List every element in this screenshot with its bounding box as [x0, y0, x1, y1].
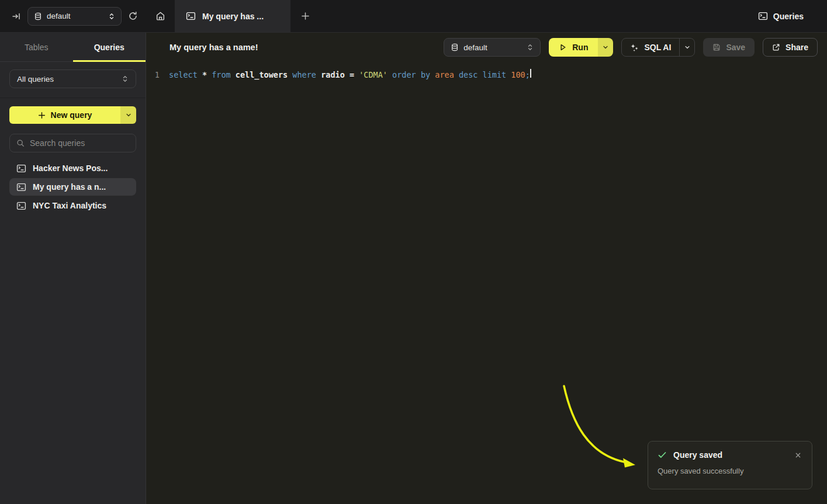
query-icon	[16, 182, 26, 192]
sql-editor[interactable]: 1 select * from cell_towers where radio …	[146, 62, 827, 81]
query-icon	[758, 11, 768, 21]
query-filter-section: All queries	[0, 62, 146, 98]
main-panel: My query has a name! default Run	[146, 33, 827, 504]
new-query-split-button: New query	[9, 106, 136, 124]
sql-ai-dropdown-button[interactable]	[679, 39, 694, 56]
query-icon	[16, 164, 26, 173]
sql-code: select * from cell_towers where radio = …	[169, 69, 530, 81]
toast-message: Query saved successfully	[658, 467, 802, 475]
new-query-dropdown-button[interactable]	[120, 106, 136, 124]
query-item-label: NYC Taxi Analytics	[33, 201, 106, 210]
plus-icon	[38, 112, 46, 119]
sidebar-body: New query Hacker News Pos...	[0, 98, 146, 214]
query-list-item[interactable]: NYC Taxi Analytics	[9, 197, 136, 214]
tab-my-query[interactable]: My query has ...	[175, 0, 290, 32]
sql-code-line[interactable]: 1 select * from cell_towers where radio …	[146, 69, 827, 81]
play-icon	[559, 43, 567, 51]
query-icon	[16, 201, 26, 211]
new-tab-plus-icon[interactable]	[290, 0, 320, 32]
query-list: Hacker News Pos... My query has a n... N…	[9, 159, 136, 214]
sidebar-tabs: Tables Queries	[0, 33, 146, 62]
query-filter-value: All queries	[17, 75, 54, 84]
save-button[interactable]: Save	[703, 38, 755, 57]
queries-button[interactable]: Queries	[758, 0, 827, 32]
query-item-label: Hacker News Pos...	[33, 164, 108, 173]
run-button[interactable]: Run	[549, 38, 598, 57]
save-icon	[712, 43, 721, 51]
toast-query-saved: Query saved Query saved successfully	[648, 441, 812, 489]
text-cursor	[530, 69, 531, 78]
query-toolbar: default Run	[444, 38, 818, 57]
tab-tables[interactable]: Tables	[0, 33, 73, 61]
query-icon	[186, 11, 196, 21]
database-icon	[34, 12, 42, 20]
sidebar: Tables Queries All queries New query	[0, 33, 146, 504]
sql-ai-split-button: SQL AI	[621, 38, 695, 57]
share-icon	[772, 43, 780, 51]
search-icon	[16, 139, 25, 147]
share-button-label: Share	[786, 43, 808, 52]
chevron-down-icon	[126, 112, 132, 118]
updown-chevrons-icon	[122, 75, 129, 82]
new-query-label: New query	[51, 110, 92, 120]
top-bar-left: default	[0, 0, 146, 32]
search-queries-input[interactable]	[30, 138, 136, 148]
database-selector[interactable]: default	[444, 38, 541, 57]
tab-strip: My query has ...	[146, 0, 758, 32]
toast-title: Query saved	[673, 450, 787, 460]
chevron-down-icon	[603, 44, 608, 50]
run-button-label: Run	[572, 43, 588, 52]
database-selector-value: default	[47, 12, 103, 20]
tab-queries[interactable]: Queries	[73, 33, 146, 61]
tab-queries-label: Queries	[94, 43, 124, 52]
query-filter-select[interactable]: All queries	[9, 69, 136, 88]
check-icon	[658, 450, 667, 460]
database-icon	[451, 43, 459, 51]
tab-label: My query has ...	[202, 12, 264, 21]
search-queries-box	[9, 134, 136, 152]
line-number: 1	[146, 69, 160, 81]
run-dropdown-button[interactable]	[598, 38, 613, 57]
sparkles-icon	[630, 43, 639, 52]
sql-ai-button[interactable]: SQL AI	[622, 39, 679, 56]
new-query-button[interactable]: New query	[9, 106, 120, 124]
database-selector[interactable]: default	[27, 7, 122, 26]
home-icon[interactable]	[146, 0, 175, 32]
sql-ai-label: SQL AI	[644, 43, 671, 52]
tab-tables-label: Tables	[25, 43, 48, 52]
updown-chevrons-icon	[527, 44, 534, 51]
save-button-label: Save	[726, 43, 745, 52]
run-split-button: Run	[549, 38, 613, 57]
refresh-icon[interactable]	[128, 11, 138, 21]
queries-button-label: Queries	[773, 12, 804, 21]
query-header: My query has a name! default Run	[146, 33, 827, 62]
query-list-item-selected[interactable]: My query has a n...	[9, 178, 136, 196]
share-button[interactable]: Share	[763, 38, 818, 57]
updown-chevrons-icon	[108, 13, 115, 20]
query-title: My query has a name!	[169, 43, 444, 52]
query-item-label: My query has a n...	[33, 182, 106, 192]
toast-header: Query saved	[658, 450, 802, 460]
query-list-item[interactable]: Hacker News Pos...	[9, 159, 136, 177]
chevron-down-icon	[684, 44, 690, 50]
close-icon[interactable]	[794, 451, 802, 460]
database-selector-value: default	[463, 43, 522, 52]
collapse-sidebar-icon[interactable]	[12, 12, 21, 21]
top-bar: default My query has ... Queries	[0, 0, 827, 33]
